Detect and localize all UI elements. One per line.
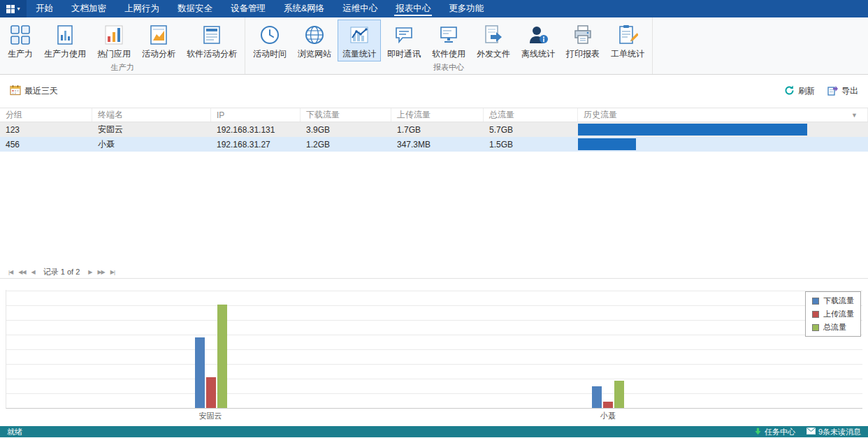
traffic-bar-chart: 下载流量 上传流量 总流量 安固云 小聂	[0, 279, 868, 426]
ribbon-item-label: 活动分析	[142, 48, 175, 60]
traffic-chart-icon	[347, 23, 371, 47]
cell-terminal: 安固云	[92, 124, 211, 136]
ribbon-item-hot-apps[interactable]: 热门应用	[92, 20, 136, 61]
main-menu: 开始 文档加密 上网行为 数据安全 设备管理 系统&网络 运维中心 报表中心 更…	[27, 0, 493, 17]
cell-history	[578, 122, 868, 137]
cell-upload: 1.7GB	[391, 125, 484, 135]
cell-upload: 347.3MB	[391, 140, 484, 149]
column-header-ip[interactable]: IP	[211, 108, 301, 122]
table-row[interactable]: 123 安固云 192.168.31.131 3.9GB 1.7GB 5.7GB	[0, 122, 868, 137]
ribbon-group-report-center: 活动时间 浏览网站 流量统计 即时通讯	[245, 17, 653, 74]
column-header-history-label: 历史流量	[584, 109, 617, 121]
ribbon-item-outgoing-files[interactable]: 外发文件	[472, 20, 515, 61]
x-axis-label: 安固云	[199, 411, 222, 421]
cell-history	[578, 137, 868, 152]
menu-item-report-center[interactable]: 报表中心	[386, 0, 440, 17]
app-menu-button[interactable]: ▾	[0, 0, 27, 17]
table-header: 分组 终端名 IP 下载流量 上传流量 总流量 历史流量 ▼	[0, 108, 868, 122]
offline-user-icon	[526, 23, 550, 47]
ticket-icon	[616, 23, 639, 47]
ribbon-item-browse-websites[interactable]: 浏览网站	[293, 20, 336, 61]
ribbon-group-productivity: 生产力 生产力使用 热门应用 活动分析	[0, 17, 245, 74]
task-center-label: 任务中心	[765, 427, 795, 437]
chart-x-axis: 安固云 小聂	[6, 409, 862, 423]
ribbon-item-activity-analysis[interactable]: 活动分析	[137, 20, 180, 61]
chart-bar	[195, 337, 205, 408]
column-menu-button[interactable]: ▼	[847, 112, 862, 119]
chart-bar	[614, 381, 624, 408]
x-axis-label: 小聂	[600, 411, 616, 421]
cell-ip: 192.168.31.27	[211, 140, 301, 149]
task-center-button[interactable]: 任务中心	[754, 427, 795, 437]
chevron-down-icon: ▾	[17, 6, 20, 12]
chart-bar	[217, 305, 227, 408]
menu-item-start[interactable]: 开始	[27, 0, 62, 17]
ribbon-item-label: 热门应用	[97, 48, 131, 60]
column-header-history[interactable]: 历史流量 ▼	[578, 108, 868, 122]
ribbon-item-print-reports[interactable]: 打印报表	[561, 20, 605, 61]
globe-icon	[303, 23, 326, 47]
ribbon-item-productivity-usage[interactable]: 生产力使用	[39, 20, 91, 61]
menu-item-data-security[interactable]: 数据安全	[168, 0, 222, 17]
column-header-group[interactable]: 分组	[0, 108, 92, 122]
menu-item-ops-center[interactable]: 运维中心	[333, 0, 386, 17]
chart-bar	[592, 386, 602, 408]
ribbon-item-software-usage[interactable]: 软件使用	[427, 20, 470, 61]
legend-swatch	[812, 298, 819, 305]
next-page-button[interactable]: ▶	[88, 269, 92, 275]
last-page-button[interactable]: ▶|	[110, 269, 115, 275]
ribbon-item-label: 活动时间	[253, 48, 287, 60]
mail-icon	[806, 428, 816, 436]
ribbon-item-instant-messaging[interactable]: 即时通讯	[382, 20, 426, 61]
ribbon-item-productivity[interactable]: 生产力	[3, 20, 38, 61]
table-row[interactable]: 456 小聂 192.168.31.27 1.2GB 347.3MB 1.5GB	[0, 137, 868, 152]
menu-item-more-features[interactable]: 更多功能	[440, 0, 493, 17]
chart-plot-area: 下载流量 上传流量 总流量	[6, 290, 862, 409]
menu-item-web-behavior[interactable]: 上网行为	[115, 0, 168, 17]
ribbon-item-activity-time[interactable]: 活动时间	[248, 20, 291, 61]
ribbon-item-traffic-statistics[interactable]: 流量统计	[338, 20, 381, 61]
column-header-upload[interactable]: 上传流量	[391, 108, 484, 122]
ribbon-item-label: 软件使用	[432, 48, 465, 60]
ribbon-item-label: 生产力使用	[44, 48, 86, 60]
fast-prev-button[interactable]: ◀◀	[18, 269, 25, 275]
printer-icon	[571, 23, 595, 47]
legend-entry: 下载流量	[812, 295, 854, 306]
usage-chart-icon	[53, 23, 77, 47]
chart-bar	[603, 402, 613, 408]
legend-label: 总流量	[823, 322, 846, 333]
ribbon-item-label: 生产力	[8, 48, 33, 60]
record-count-label: 记录 1 of 2	[41, 267, 83, 277]
ribbon-item-ticket-statistics[interactable]: 工单统计	[606, 20, 649, 61]
activity-analysis-icon	[147, 23, 171, 47]
column-header-total[interactable]: 总流量	[484, 108, 578, 122]
first-page-button[interactable]: |◀	[8, 269, 13, 275]
ribbon-item-label: 打印报表	[566, 48, 600, 60]
hot-apps-icon	[102, 23, 126, 47]
column-header-download[interactable]: 下载流量	[301, 108, 391, 122]
software-activity-icon	[200, 23, 224, 47]
ribbon-item-label: 浏览网站	[298, 48, 331, 60]
menu-item-device-management[interactable]: 设备管理	[222, 0, 275, 17]
cell-download: 1.2GB	[301, 140, 391, 149]
pagination-bar: |◀ ◀◀ ◀ 记录 1 of 2 ▶ ▶▶ ▶|	[0, 266, 868, 279]
date-range-button[interactable]: 最近三天	[10, 85, 58, 98]
legend-label: 上传流量	[823, 309, 854, 319]
export-button[interactable]: 导出	[827, 85, 858, 98]
prev-page-button[interactable]: ◀	[31, 269, 35, 275]
refresh-label: 刷新	[798, 85, 815, 97]
ribbon-item-offline-statistics[interactable]: 离线统计	[516, 20, 560, 61]
menu-item-system-network[interactable]: 系统&网络	[275, 0, 333, 17]
history-bar	[578, 124, 807, 136]
send-file-icon	[482, 23, 505, 47]
column-header-terminal[interactable]: 终端名	[92, 108, 211, 122]
top-menubar: ▾ 开始 文档加密 上网行为 数据安全 设备管理 系统&网络 运维中心 报表中心…	[0, 0, 868, 17]
fast-next-button[interactable]: ▶▶	[97, 269, 104, 275]
cell-total: 5.7GB	[484, 125, 578, 135]
unread-messages-button[interactable]: 9条未读消息	[806, 427, 861, 437]
menu-item-doc-encryption[interactable]: 文档加密	[62, 0, 115, 17]
grid-icon	[8, 23, 32, 47]
refresh-button[interactable]: 刷新	[784, 85, 815, 98]
ribbon-item-software-activity-analysis[interactable]: 软件活动分析	[182, 20, 242, 61]
chart-bar	[206, 377, 216, 408]
